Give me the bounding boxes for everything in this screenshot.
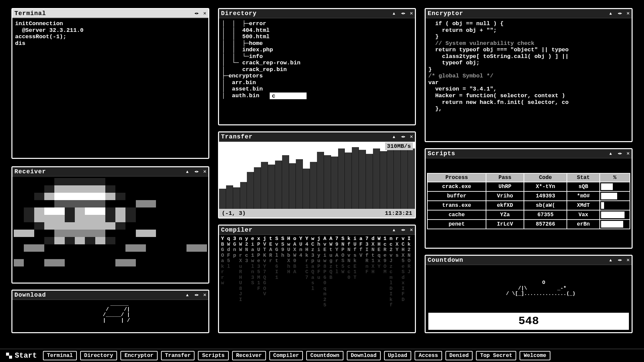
- transfer-bar: [310, 162, 317, 209]
- tree-item[interactable]: │ asset.bin: [222, 86, 412, 93]
- resize-icon[interactable]: [194, 169, 199, 174]
- encryptor-code[interactable]: if ( obj == null ) { return obj + ""; } …: [426, 18, 632, 141]
- minimize-icon[interactable]: [392, 10, 396, 16]
- transfer-bar: [338, 148, 345, 209]
- directory-window[interactable]: Directory │ │ ├─error│ │ 404.html│ │ 500…: [218, 8, 416, 125]
- compiler-rain: YBGOakrrwqWdF5l3GnpnWWrXuRHU8JIy2Nc3eia1…: [219, 235, 415, 332]
- transfer-chart: 310MB/s (-1, 3) 11:23:21: [219, 142, 415, 218]
- encryptor-window[interactable]: Encryptor if ( obj == null ) { return ob…: [425, 8, 633, 142]
- resize-icon[interactable]: [194, 292, 199, 298]
- taskbar-item-receiver[interactable]: Receiver: [232, 351, 266, 360]
- taskbar-item-scripts[interactable]: Scripts: [198, 351, 228, 360]
- table-row[interactable]: penetIrLcV857266erBn: [427, 220, 630, 229]
- tree-item[interactable]: │ auth.bin c: [222, 93, 412, 99]
- transfer-window[interactable]: Transfer 310MB/s (-1, 3) 11:23:21: [218, 131, 416, 219]
- scripts-titlebar[interactable]: Scripts: [426, 149, 632, 159]
- resize-icon[interactable]: [617, 257, 622, 263]
- tree-item[interactable]: │ │ 500.html: [222, 34, 412, 40]
- close-icon[interactable]: [627, 257, 630, 263]
- progress-bar: [601, 183, 613, 190]
- compiler-titlebar[interactable]: Compiler: [219, 226, 415, 235]
- resize-icon[interactable]: [400, 11, 405, 16]
- taskbar-item-welcome[interactable]: Welcome: [520, 351, 550, 360]
- taskbar-item-top-secret[interactable]: Top Secret: [476, 351, 516, 360]
- tree-item[interactable]: ├─encryptors: [222, 73, 412, 79]
- transfer-bar: [240, 182, 247, 209]
- tree-item[interactable]: │ arr.bin: [222, 79, 412, 86]
- close-icon[interactable]: [410, 11, 413, 16]
- tree-item[interactable]: │ │ 404.html: [222, 27, 412, 34]
- close-icon[interactable]: [203, 169, 206, 174]
- table-row[interactable]: cacheYZa67355Vax: [427, 210, 630, 220]
- tree-item[interactable]: │ └─ crack_rep-row.bin: [222, 60, 412, 66]
- transfer-titlebar[interactable]: Transfer: [219, 132, 415, 142]
- taskbar-item-countdown[interactable]: Countdown: [306, 351, 343, 360]
- countdown-body: O /|\ _-* / \[_]..............(_) 548: [426, 265, 632, 332]
- compiler-window[interactable]: Compiler YBGOakrrwqWdF5l3GnpnWWrXuRHU8JI…: [218, 225, 416, 333]
- transfer-bar: [401, 144, 408, 209]
- close-icon[interactable]: [410, 134, 413, 139]
- minimize-icon[interactable]: [609, 257, 612, 263]
- minimize-icon[interactable]: [392, 134, 396, 140]
- minimize-icon[interactable]: [185, 292, 189, 298]
- progress-bar: [601, 193, 617, 199]
- terminal-window[interactable]: Terminal initConnection @Server 32.3.211…: [11, 8, 209, 159]
- resize-icon[interactable]: [400, 134, 405, 139]
- receiver-titlebar[interactable]: Receiver: [12, 167, 208, 177]
- download-titlebar[interactable]: Download: [12, 291, 208, 300]
- transfer-bar: [275, 161, 282, 209]
- taskbar-item-terminal[interactable]: Terminal: [43, 351, 77, 360]
- close-icon[interactable]: [410, 227, 413, 233]
- tree-item[interactable]: │ │ index.php: [222, 47, 412, 53]
- table-row[interactable]: crack.exeUhRPX*-tYnsQB: [427, 182, 630, 191]
- taskbar-item-encryptor[interactable]: Encryptor: [120, 351, 157, 360]
- close-icon[interactable]: [627, 11, 630, 16]
- tree-item[interactable]: │ │ ├─home: [222, 40, 412, 47]
- transfer-bar: [303, 169, 310, 209]
- download-window[interactable]: Download ______ / /| /_____/ | | | /: [11, 290, 209, 333]
- directory-input[interactable]: c: [270, 93, 307, 99]
- resize-icon[interactable]: [400, 227, 405, 233]
- resize-icon[interactable]: [194, 11, 199, 16]
- encryptor-titlebar[interactable]: Encryptor: [426, 9, 632, 18]
- scripts-window[interactable]: Scripts ProcessPassCodeStat%crack.exeUhR…: [425, 148, 633, 249]
- taskbar-item-download[interactable]: Download: [347, 351, 381, 360]
- minimize-icon[interactable]: [185, 169, 189, 175]
- resize-icon[interactable]: [617, 11, 622, 16]
- tree-item[interactable]: │ │ ├─error: [222, 20, 412, 27]
- table-row[interactable]: trans.exeekfXDsb(aW(XMdT: [427, 201, 630, 210]
- taskbar-item-transfer[interactable]: Transfer: [161, 351, 195, 360]
- transfer-bar: [345, 153, 352, 209]
- taskbar-item-access[interactable]: Access: [415, 351, 442, 360]
- directory-titlebar[interactable]: Directory: [219, 9, 415, 18]
- taskbar-item-denied[interactable]: Denied: [445, 351, 473, 360]
- transfer-bar: [219, 189, 226, 209]
- transfer-title: Transfer: [221, 133, 392, 140]
- close-icon[interactable]: [627, 151, 630, 156]
- directory-tree[interactable]: │ │ ├─error│ │ 404.html│ │ 500.html│ │ ├…: [219, 18, 415, 124]
- taskbar-item-upload[interactable]: Upload: [384, 351, 412, 360]
- progress-bar: [601, 212, 625, 218]
- minimize-icon[interactable]: [609, 150, 612, 157]
- receiver-window[interactable]: Receiver: [11, 166, 209, 284]
- taskbar-item-directory[interactable]: Directory: [80, 351, 117, 360]
- close-icon[interactable]: [203, 11, 206, 16]
- tree-item[interactable]: │ │ └─info: [222, 53, 412, 60]
- start-label: Start: [15, 352, 37, 360]
- countdown-titlebar[interactable]: Countdown: [426, 256, 632, 265]
- transfer-bar: [366, 154, 373, 209]
- tree-item[interactable]: │ crack_rep.bin: [222, 66, 412, 73]
- countdown-window[interactable]: Countdown O /|\ _-* / \[_]..............…: [425, 255, 633, 333]
- minimize-icon[interactable]: [609, 10, 612, 16]
- close-icon[interactable]: [203, 292, 206, 298]
- start-button[interactable]: Start: [3, 351, 40, 361]
- taskbar-item-compiler[interactable]: Compiler: [269, 351, 303, 360]
- transfer-coords: (-1, 3): [222, 210, 246, 217]
- minimize-icon[interactable]: [392, 227, 396, 233]
- transfer-bar: [296, 159, 303, 209]
- terminal-titlebar[interactable]: Terminal: [12, 9, 208, 18]
- table-row[interactable]: bufferVriho149393*mO#: [427, 191, 630, 201]
- terminal-output[interactable]: initConnection @Server 32.3.211.0 access…: [12, 18, 208, 158]
- resize-icon[interactable]: [617, 151, 622, 156]
- transfer-bar: [247, 172, 254, 209]
